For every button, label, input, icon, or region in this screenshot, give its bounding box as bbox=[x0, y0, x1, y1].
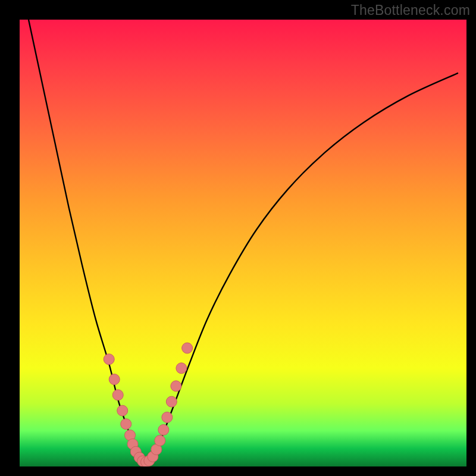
chart-stage: TheBottleneck.com bbox=[0, 0, 476, 476]
marker-dot bbox=[158, 424, 169, 435]
marker-dot bbox=[112, 390, 123, 400]
marker-dot bbox=[121, 419, 131, 430]
attribution-label: TheBottleneck.com bbox=[351, 2, 470, 18]
marker-dot bbox=[155, 435, 165, 446]
marker-dot bbox=[171, 381, 181, 392]
marker-dot bbox=[109, 374, 120, 385]
curve-svg bbox=[20, 20, 466, 466]
marker-group bbox=[104, 343, 192, 466]
marker-dot bbox=[166, 396, 177, 407]
marker-dot bbox=[176, 363, 187, 374]
marker-dot bbox=[117, 405, 128, 416]
marker-dot bbox=[104, 354, 114, 365]
marker-dot bbox=[162, 412, 173, 422]
marker-dot bbox=[182, 343, 193, 353]
plot-area bbox=[20, 20, 466, 466]
bottleneck-curve-path bbox=[29, 20, 458, 462]
